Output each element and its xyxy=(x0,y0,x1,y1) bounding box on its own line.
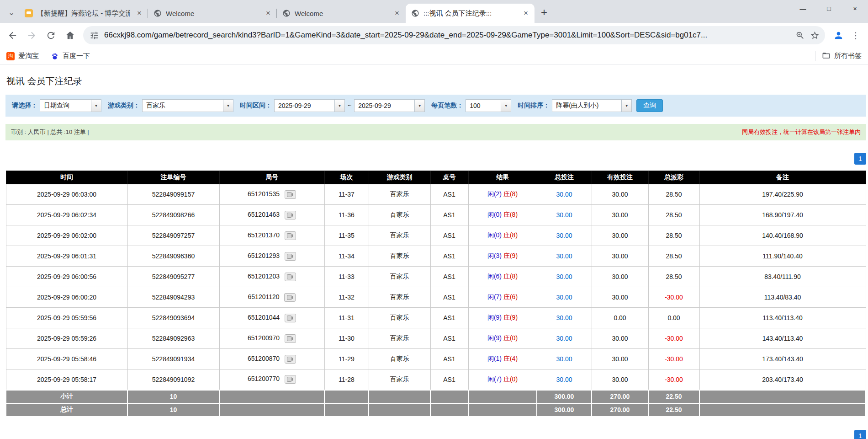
cell-valid-bet: 30.00 xyxy=(592,225,648,246)
taobao-icon: 淘 xyxy=(6,52,15,60)
back-button[interactable] xyxy=(3,26,22,45)
video-replay-icon[interactable] xyxy=(285,334,296,343)
profile-avatar[interactable] xyxy=(829,26,848,45)
cell-remark: 143.40/113.40 xyxy=(699,328,866,349)
cell-time: 2025-09-29 06:00:56 xyxy=(6,267,127,287)
bookmark-baidu[interactable]: 百度一下 xyxy=(51,52,90,60)
globe-icon xyxy=(411,9,419,17)
video-replay-icon[interactable] xyxy=(285,273,296,281)
date-start-select[interactable]: 2025-09-29 ▼ xyxy=(274,99,345,112)
tab-close-icon[interactable]: × xyxy=(134,8,144,18)
video-replay-icon[interactable] xyxy=(285,211,296,220)
per-page-label: 每页笔数： xyxy=(431,102,463,110)
zoom-icon[interactable] xyxy=(795,31,805,40)
all-bookmarks-button[interactable]: 所有书签 xyxy=(822,51,862,61)
cell-session: 11-31 xyxy=(324,308,369,328)
video-replay-icon[interactable] xyxy=(285,355,296,364)
tab-forum[interactable]: 【新提醒】海燕论坛 - 博学交流 × xyxy=(19,4,148,23)
cell-payout: -30.00 xyxy=(648,349,699,369)
reload-button[interactable] xyxy=(41,26,60,45)
result-banker: 庄(0) xyxy=(503,334,518,342)
search-button[interactable]: 查询 xyxy=(636,99,663,112)
total-bet-link[interactable]: 30.00 xyxy=(556,314,572,321)
per-page-select[interactable]: 100 ▼ xyxy=(466,99,511,112)
result-banker: 庄(9) xyxy=(503,252,518,259)
tab-bet-records-active[interactable]: :::视讯 会员下注纪录::: × xyxy=(406,4,535,23)
tab-close-icon[interactable]: × xyxy=(392,8,402,18)
table-row: 2025-09-29 06:01:31522849096360651201293… xyxy=(6,246,866,267)
result-player: 闲(2) xyxy=(487,190,502,198)
tab-welcome-1[interactable]: Welcome × xyxy=(148,4,277,23)
date-end-value: 2025-09-29 xyxy=(355,100,414,112)
video-replay-icon[interactable] xyxy=(284,293,296,302)
browser-menu-icon[interactable]: ⋮ xyxy=(848,26,863,45)
cell-round: 651201120 xyxy=(219,287,324,308)
maximize-button[interactable]: □ xyxy=(816,0,842,17)
cell-result: 闲(7) 庄(6) xyxy=(468,287,537,308)
video-replay-icon[interactable] xyxy=(285,190,296,199)
empty-cell xyxy=(468,390,537,403)
total-bet-link[interactable]: 30.00 xyxy=(556,191,572,198)
home-button[interactable] xyxy=(60,26,79,45)
column-header: 总派彩 xyxy=(648,171,699,184)
query-type-select[interactable]: 日期查询 ▼ xyxy=(40,99,101,112)
video-replay-icon[interactable] xyxy=(285,252,296,261)
sort-select[interactable]: 降幂(由大到小) ▼ xyxy=(552,99,632,112)
address-bar[interactable]: 66cxkj98.com/game/betrecord_search/kind3… xyxy=(83,26,825,44)
tab-welcome-2[interactable]: Welcome × xyxy=(277,4,406,23)
empty-cell xyxy=(430,390,468,403)
chevron-down-icon[interactable]: ▼ xyxy=(223,100,233,112)
forum-favicon xyxy=(25,9,33,17)
column-header: 局号 xyxy=(219,171,324,184)
chevron-down-icon[interactable]: ▼ xyxy=(334,100,344,112)
total-bet-link[interactable]: 30.00 xyxy=(556,355,572,363)
page-number-button[interactable]: 1 xyxy=(854,430,866,439)
video-replay-icon[interactable] xyxy=(285,314,296,322)
total-bet-link[interactable]: 30.00 xyxy=(556,211,572,219)
total-bet-link[interactable]: 30.00 xyxy=(556,273,572,280)
chevron-down-icon[interactable]: ▼ xyxy=(621,100,631,112)
cell-time: 2025-09-29 05:58:46 xyxy=(6,349,127,369)
total-bet-link[interactable]: 30.00 xyxy=(556,252,572,260)
total-bet-link[interactable]: 30.00 xyxy=(556,232,572,239)
forward-button[interactable] xyxy=(22,26,41,45)
cell-session: 11-33 xyxy=(324,267,369,287)
date-end-select[interactable]: 2025-09-29 ▼ xyxy=(354,99,425,112)
cell-remark: 197.40/225.90 xyxy=(699,184,866,205)
bookmarks-divider xyxy=(815,51,815,61)
result-banker: 庄(8) xyxy=(503,273,518,280)
window-close-button[interactable]: × xyxy=(842,0,868,17)
game-type-select[interactable]: 百家乐 ▼ xyxy=(142,99,233,112)
chevron-down-icon[interactable]: ▼ xyxy=(91,100,101,112)
bookmark-label: 爱淘宝 xyxy=(18,52,39,60)
cell-round: 651201293 xyxy=(219,246,324,267)
tab-close-icon[interactable]: × xyxy=(263,8,273,18)
video-replay-icon[interactable] xyxy=(285,231,296,240)
empty-cell xyxy=(219,390,324,403)
site-settings-icon[interactable] xyxy=(90,31,99,40)
tab-close-icon[interactable]: × xyxy=(521,8,531,18)
bookmark-star-icon[interactable] xyxy=(810,31,820,40)
tab-search-icon[interactable]: ⌄ xyxy=(4,5,19,20)
total-bet-link[interactable]: 30.00 xyxy=(556,376,572,383)
cell-remark: 168.90/197.40 xyxy=(699,205,866,225)
column-header: 桌号 xyxy=(430,171,468,184)
video-replay-icon[interactable] xyxy=(285,375,296,384)
chevron-down-icon[interactable]: ▼ xyxy=(501,100,511,112)
bookmark-taobao[interactable]: 淘 爱淘宝 xyxy=(6,52,39,60)
cell-remark: 140.40/168.90 xyxy=(699,225,866,246)
cell-table-no: AS1 xyxy=(430,328,468,349)
cell-game-type: 百家乐 xyxy=(369,267,430,287)
new-tab-button[interactable]: + xyxy=(536,5,552,20)
minimize-button[interactable]: — xyxy=(790,0,816,17)
cell-bet-id: 522849091934 xyxy=(127,349,219,369)
result-banker: 庄(8) xyxy=(503,231,518,239)
query-type-value: 日期查询 xyxy=(40,100,91,112)
total-bet-link[interactable]: 30.00 xyxy=(556,294,572,301)
cell-table-no: AS1 xyxy=(430,308,468,328)
chevron-down-icon[interactable]: ▼ xyxy=(414,100,424,112)
page-number-button[interactable]: 1 xyxy=(854,153,866,165)
total-bet-link[interactable]: 30.00 xyxy=(556,335,572,342)
url-text[interactable]: 66cxkj98.com/game/betrecord_search/kind3… xyxy=(104,31,790,40)
cell-remark: 113.40/83.40 xyxy=(699,287,866,308)
